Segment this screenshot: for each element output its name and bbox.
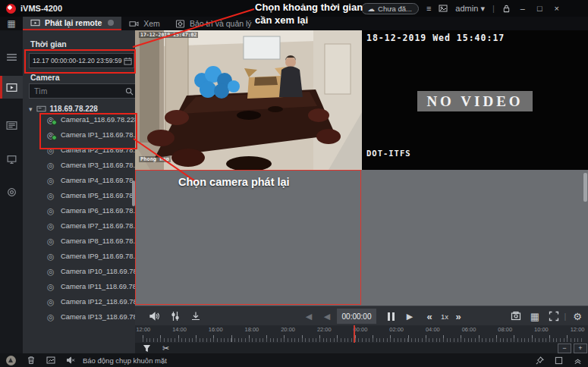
snapshot-icon[interactable]: [510, 306, 522, 326]
status-message: Báo động chụp khuôn mặt: [83, 356, 167, 365]
tab-close-icon[interactable]: [108, 20, 114, 26]
sidebar-item-device[interactable]: [0, 148, 23, 171]
timeline-hour-label: 10:00: [524, 326, 560, 333]
timeline-playhead[interactable]: [354, 325, 355, 343]
maximize-button[interactable]: □: [535, 4, 545, 13]
fullscreen-icon[interactable]: [548, 306, 560, 326]
cloud-login-label: Chưa đă...: [378, 5, 412, 13]
timeline-hour-label: 12:00: [125, 326, 162, 333]
menu-hamburger-icon[interactable]: [0, 45, 23, 68]
camera-list-item[interactable]: ◎ Camera IP4_118.69.78.228: [23, 173, 135, 188]
annotation-box-time-range: [24, 49, 136, 74]
lock-icon[interactable]: [502, 5, 511, 13]
ivms-4200-window: iVMS-4200 ☁ Chưa đă... ≡ admin ▾ |: [0, 0, 588, 367]
cloud-icon: ☁: [368, 5, 376, 13]
camera-list-item[interactable]: ◎ Camera IP7_118.69.78.228: [23, 218, 135, 234]
frame-backward-icon[interactable]: ◀: [303, 306, 314, 326]
timeline-hour-label: 02:00: [379, 326, 415, 333]
current-time-display: 00:00:00: [337, 309, 376, 324]
timeline-hour-labels: 12:00 14:00 16:00 18:00 20:00 22:00 00:0…: [125, 326, 588, 333]
dome-camera-icon: ◎: [47, 162, 55, 170]
adjust-sliders-icon[interactable]: [169, 306, 181, 326]
tab-label: Bảo trì và quản lý: [190, 19, 252, 28]
timeline-hour-label: 20:00: [270, 326, 307, 333]
trash-icon[interactable]: [27, 356, 36, 365]
export-picture-icon[interactable]: [46, 356, 55, 365]
playback-video-grid: 17-12-2019 15:47:02 Phong hop 18-12-2019…: [135, 30, 588, 306]
camera-name: Camera IP6_118.69.78.228: [61, 207, 147, 215]
app-title: iVMS-4200: [20, 4, 62, 13]
collapse-up-icon[interactable]: [574, 356, 582, 365]
dome-camera-icon: ◎: [47, 237, 55, 246]
timeline-zoom-out-button[interactable]: −: [558, 343, 571, 353]
camera1-timestamp-overlay: 17-12-2019 15:47:02: [139, 32, 198, 38]
filter-funnel-icon[interactable]: [143, 343, 151, 353]
camera-list-item[interactable]: ◎ Camera IP8_118.69.78.228: [23, 234, 135, 249]
dome-camera-icon: ◎: [47, 313, 55, 322]
annotation-time-note: Chọn khoảng thời gian cần xem lại: [255, 2, 363, 27]
dome-camera-icon: ◎: [47, 177, 55, 185]
audio-muted-icon[interactable]: [66, 356, 75, 365]
picture-icon[interactable]: [439, 4, 448, 13]
pause-button[interactable]: [385, 306, 396, 326]
timeline-tools-strip: ✂ − +: [135, 343, 588, 353]
dome-camera-icon: ◎: [47, 283, 55, 291]
play-step-button[interactable]: ▶: [404, 306, 415, 326]
volume-icon[interactable]: [148, 306, 160, 326]
no-video-banner: NO VIDEO: [417, 91, 533, 111]
camera-list-item[interactable]: ◎ Camera IP11_118.69.78.228: [23, 279, 135, 294]
slow-backward-icon[interactable]: ◀: [322, 306, 332, 326]
camera-list-item[interactable]: ◎ Camera IP13_118.69.78.228: [23, 309, 135, 325]
camera-name: Camera IP9_118.69.78.228: [61, 253, 147, 260]
playback-timeline[interactable]: 12:00 14:00 16:00 18:00 20:00 22:00 00:0…: [135, 325, 588, 343]
pin-icon[interactable]: [536, 356, 544, 365]
tab-bao-tri-va-quan-ly[interactable]: Bảo trì và quản lý: [168, 17, 259, 30]
sidebar-item-event-list[interactable]: [0, 114, 23, 136]
user-menu[interactable]: admin ▾: [455, 4, 485, 14]
camera-list-item[interactable]: ◎ Camera IP3_118.69.78.228: [23, 158, 135, 173]
view-grid-icon[interactable]: ▦: [0, 17, 23, 30]
video-cell-camera1[interactable]: 17-12-2019 15:47:02 Phong hop: [135, 30, 362, 170]
tree-expand-icon[interactable]: ▾: [29, 105, 33, 113]
camera-list-item[interactable]: ◎ Camera IP5_118.69.78.228: [23, 188, 135, 203]
alarm-center-icon[interactable]: [6, 356, 16, 365]
dome-camera-icon: ◎: [47, 253, 55, 261]
float-window-icon[interactable]: [555, 356, 563, 365]
controls-separator: |: [562, 306, 568, 326]
camera-list-item[interactable]: ◎ Camera IP10_118.69.78.228: [23, 264, 135, 279]
tab-phat-lai-remote[interactable]: Phát lại remote: [23, 17, 121, 30]
camera-list-item[interactable]: ◎ Camera IP12_118.69.78.228: [23, 294, 135, 309]
speed-down-icon[interactable]: «: [424, 306, 435, 326]
close-button[interactable]: ×: [552, 4, 561, 13]
gear-icon[interactable]: ⚙: [571, 306, 583, 326]
app-logo-icon: [6, 4, 16, 14]
selected-video-cell-border: [135, 170, 361, 305]
dome-camera-icon: ◎: [47, 298, 55, 306]
video-cell-camera2[interactable]: 18-12-2019 Wed 15:40:17 NO VIDEO DOT-ITF…: [362, 30, 588, 170]
sidebar-item-link[interactable]: [0, 180, 23, 203]
timeline-hour-label: 22:00: [306, 326, 342, 333]
clip-scissors-icon[interactable]: ✂: [162, 343, 169, 353]
sidebar-item-playback[interactable]: [0, 76, 23, 99]
timeline-hour-label: 04:00: [415, 326, 451, 333]
search-icon[interactable]: [125, 87, 134, 96]
dome-camera-icon: ◎: [47, 192, 55, 200]
timeline-zoom-in-button[interactable]: +: [574, 343, 587, 353]
cloud-login-button[interactable]: ☁ Chưa đă...: [361, 3, 419, 14]
camera-list-item[interactable]: ◎ Camera IP6_118.69.78.228: [23, 203, 135, 218]
timeline-hour-label: 00:00: [342, 326, 379, 333]
camera-search-input[interactable]: Tìm: [29, 83, 139, 99]
time-section-label: Thời gian: [30, 39, 67, 49]
tab-xem[interactable]: Xem: [121, 17, 168, 30]
task-list-icon[interactable]: ≡: [426, 4, 431, 13]
titlebar-separator: |: [492, 4, 495, 13]
camera-list-item[interactable]: ◎ Camera IP9_118.69.78.228: [23, 249, 135, 264]
timeline-hour-label: 18:00: [234, 326, 270, 333]
speed-up-icon[interactable]: »: [453, 306, 464, 326]
dome-camera-icon: ◎: [47, 222, 55, 231]
download-icon[interactable]: [190, 306, 202, 326]
stage-scrollbar-thumb[interactable]: [583, 173, 587, 202]
window-division-icon[interactable]: ▦: [529, 306, 541, 326]
minimize-button[interactable]: –: [518, 4, 527, 13]
tab-label: Xem: [143, 19, 160, 28]
